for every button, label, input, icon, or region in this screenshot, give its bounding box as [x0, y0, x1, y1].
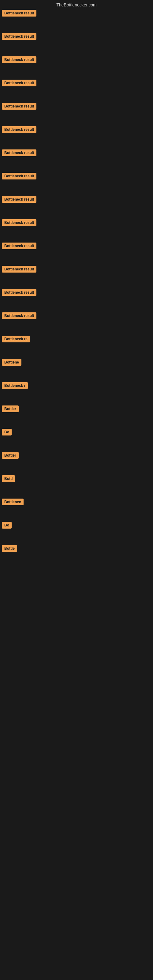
- badge-row: Bottleneck result: [2, 289, 152, 297]
- results-container: Bottleneck resultBottleneck resultBottle…: [0, 9, 153, 570]
- bottleneck-result-badge[interactable]: Bottler: [2, 406, 19, 412]
- bottleneck-result-badge[interactable]: Bottleneck r: [2, 382, 28, 389]
- badge-row: Bottleneck result: [2, 219, 152, 227]
- badge-row: Bottleneck result: [2, 196, 152, 204]
- bottleneck-result-badge[interactable]: Bottlene: [2, 359, 21, 366]
- badge-row: Bottler: [2, 406, 152, 414]
- bottleneck-result-badge[interactable]: Bottleneck result: [2, 243, 37, 249]
- badge-row: Bottleneck result: [2, 126, 152, 134]
- bottleneck-result-badge[interactable]: Bottlenec: [2, 499, 24, 505]
- bottleneck-result-badge[interactable]: Bottleneck result: [2, 289, 37, 296]
- badge-row: Bottleneck result: [2, 10, 152, 18]
- bottleneck-result-badge[interactable]: Bottleneck result: [2, 10, 37, 16]
- bottleneck-result-badge[interactable]: Bottleneck result: [2, 173, 37, 180]
- badge-row: Bottleneck result: [2, 150, 152, 158]
- badge-row: Bottl: [2, 475, 152, 483]
- badge-row: Bottleneck result: [2, 266, 152, 274]
- bottleneck-result-badge[interactable]: Bottleneck re: [2, 336, 30, 342]
- badge-row: Bottleneck result: [2, 80, 152, 88]
- bottleneck-result-badge[interactable]: Bottleneck result: [2, 312, 37, 319]
- badge-row: Bottle: [2, 545, 152, 553]
- bottleneck-result-badge[interactable]: Bottleneck result: [2, 56, 37, 63]
- site-title: TheBottlenecker.com: [0, 0, 153, 9]
- bottleneck-result-badge[interactable]: Bottler: [2, 452, 19, 459]
- bottleneck-result-badge[interactable]: Bottleneck result: [2, 33, 37, 40]
- bottleneck-result-badge[interactable]: Bottle: [2, 545, 17, 552]
- badge-row: Bottleneck result: [2, 173, 152, 181]
- badge-row: Bottlene: [2, 359, 152, 367]
- badge-row: Bottleneck r: [2, 382, 152, 390]
- badge-row: Bottler: [2, 452, 152, 460]
- badge-row: Bottlenec: [2, 499, 152, 506]
- bottleneck-result-badge[interactable]: Bottleneck result: [2, 126, 37, 133]
- badge-row: Bottleneck result: [2, 312, 152, 320]
- bottleneck-result-badge[interactable]: Bottleneck result: [2, 196, 37, 203]
- badge-row: Bottleneck result: [2, 56, 152, 64]
- bottleneck-result-badge[interactable]: Bottleneck result: [2, 80, 37, 86]
- badge-row: Bo: [2, 429, 152, 437]
- badge-row: Bottleneck result: [2, 243, 152, 250]
- page-wrapper: TheBottlenecker.com Bottleneck resultBot…: [0, 0, 153, 570]
- bottleneck-result-badge[interactable]: Bottleneck result: [2, 266, 37, 272]
- badge-row: Bottleneck re: [2, 336, 152, 344]
- bottleneck-result-badge[interactable]: Bo: [2, 429, 12, 436]
- bottleneck-result-badge[interactable]: Bottleneck result: [2, 103, 37, 110]
- bottleneck-result-badge[interactable]: Bottleneck result: [2, 219, 37, 226]
- bottleneck-result-badge[interactable]: Bottleneck result: [2, 150, 37, 156]
- badge-row: Bo: [2, 522, 152, 530]
- badge-row: Bottleneck result: [2, 33, 152, 41]
- bottleneck-result-badge[interactable]: Bottl: [2, 475, 15, 482]
- badge-row: Bottleneck result: [2, 103, 152, 111]
- bottleneck-result-badge[interactable]: Bo: [2, 522, 12, 528]
